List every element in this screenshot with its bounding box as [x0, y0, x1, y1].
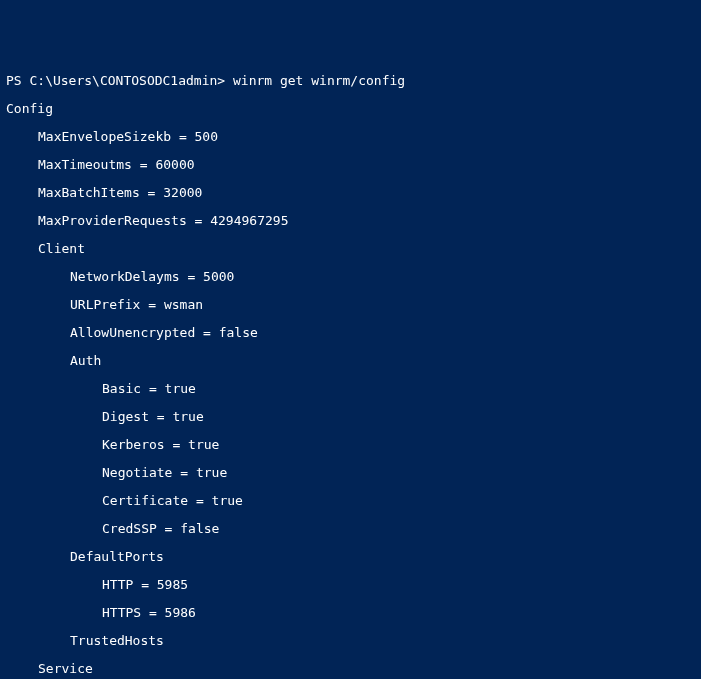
config-line: MaxEnvelopeSizekb = 500	[6, 130, 695, 144]
service-header: Service	[6, 662, 695, 676]
config-line: AllowUnencrypted = false	[6, 326, 695, 340]
config-line: Digest = true	[6, 410, 695, 424]
config-line: Basic = true	[6, 382, 695, 396]
config-line: HTTP = 5985	[6, 578, 695, 592]
config-line: Kerberos = true	[6, 438, 695, 452]
client-header: Client	[6, 242, 695, 256]
config-line: MaxTimeoutms = 60000	[6, 158, 695, 172]
prompt-command: PS C:\Users\CONTOSODC1admin> winrm get w…	[6, 74, 695, 88]
config-line: MaxBatchItems = 32000	[6, 186, 695, 200]
defaultports-header: DefaultPorts	[6, 550, 695, 564]
config-line: Certificate = true	[6, 494, 695, 508]
auth-header: Auth	[6, 354, 695, 368]
config-line: Negotiate = true	[6, 466, 695, 480]
config-line: MaxProviderRequests = 4294967295	[6, 214, 695, 228]
powershell-terminal[interactable]: PS C:\Users\CONTOSODC1admin> winrm get w…	[6, 60, 695, 679]
config-line: HTTPS = 5986	[6, 606, 695, 620]
config-line: CredSSP = false	[6, 522, 695, 536]
config-line: TrustedHosts	[6, 634, 695, 648]
config-root: Config	[6, 102, 695, 116]
config-line: URLPrefix = wsman	[6, 298, 695, 312]
config-line: NetworkDelayms = 5000	[6, 270, 695, 284]
